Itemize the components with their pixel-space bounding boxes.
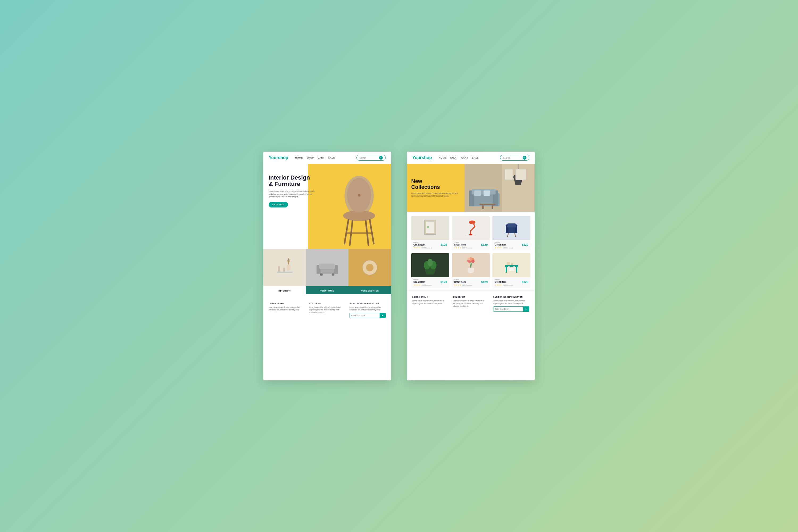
chair-svg: [332, 174, 386, 249]
flowers-svg: [463, 256, 479, 274]
nav-sale-2[interactable]: SALE: [472, 156, 478, 159]
category-furniture[interactable]: FURNITURE: [306, 249, 348, 297]
product-price-2: $129: [481, 243, 488, 246]
cat-label-interior-bar: INTERIOR: [263, 286, 306, 294]
collections-description: Lorem ipsum dolor sit amet, consectetuer…: [411, 192, 460, 197]
logo-2[interactable]: Yourshop: [412, 155, 432, 160]
product-card-4[interactable]: Brands Great Item $129 ★★★★ (305 Reviews…: [411, 253, 449, 288]
svg-point-8: [358, 194, 360, 196]
nav-shop-1[interactable]: SHOP: [306, 156, 314, 159]
footer-heading-1: LOREM IPSUM: [269, 302, 305, 304]
nav-cart-2[interactable]: CART: [461, 156, 468, 159]
stars-1: ★★★★: [413, 247, 421, 249]
stars-4: ★★★★: [413, 284, 421, 286]
cat-label-furniture-bar: FURNITURE: [306, 286, 348, 294]
product-card-5[interactable]: Brands Great Item $129 ★★★★ (305 Reviews…: [452, 253, 490, 288]
page-2: Yourshop HOME SHOP CART SALE 🔍 New Colle…: [407, 152, 535, 380]
nav-shop-2[interactable]: SHOP: [450, 156, 457, 159]
product-grid: Brands Great Item $129 ★★★★ (305 Reviews…: [407, 212, 535, 290]
nav-cart-1[interactable]: CART: [318, 156, 324, 159]
search-box-2[interactable]: 🔍: [500, 155, 529, 161]
product-name-price-6: Great Item $129: [494, 280, 528, 284]
search-input-1[interactable]: [359, 157, 378, 159]
category-accessories[interactable]: ACCESSORIES: [348, 249, 391, 297]
hero-chair-image: [332, 174, 386, 249]
hero-title: Interior Design & Furniture: [269, 174, 317, 187]
svg-point-69: [467, 258, 470, 261]
product-rating-1: ★★★★ (305 Reviews): [413, 247, 447, 249]
product-info-3: Brands Great Item $129 ★★★★ (305 Reviews…: [492, 240, 530, 251]
svg-rect-10: [278, 266, 280, 271]
svg-rect-71: [505, 265, 518, 267]
svg-rect-30: [480, 204, 496, 205]
nav-home-1[interactable]: HOME: [295, 156, 303, 159]
newsletter-wrap-2[interactable]: ➤: [493, 306, 529, 312]
category-section: INTERIOR FURNITURE: [263, 249, 391, 297]
footer-2-col-2: DOLOR SIT Lorem ipsum dolor sit amet, co…: [453, 296, 489, 312]
accessories-svg: [359, 257, 380, 278]
footer-heading-3: SUBSCRIBE NEWSLETTER: [349, 302, 386, 304]
collections-title: New Collections: [411, 178, 460, 190]
category-interior[interactable]: INTERIOR: [263, 249, 306, 297]
svg-rect-62: [468, 268, 474, 272]
svg-rect-11: [283, 268, 285, 271]
product-card-3[interactable]: Brands Great Item $129 ★★★★ (305 Reviews…: [492, 216, 530, 251]
footer-2-col-1: LOREM IPSUM Lorem ipsum dolor sit amet, …: [412, 296, 449, 312]
newsletter-input-1[interactable]: [350, 313, 380, 318]
header-1: Yourshop HOME SHOP CART SALE 🔍: [263, 152, 391, 164]
product-rating-2: ★★★★ (305 Reviews): [454, 247, 488, 249]
stars-5: ★★★★: [454, 284, 461, 286]
svg-point-12: [286, 264, 291, 271]
header-2: Yourshop HOME SHOP CART SALE 🔍: [407, 152, 535, 164]
product-name-price-1: Great Item $129: [413, 243, 447, 246]
plant-svg: [422, 256, 438, 274]
nav-1: HOME SHOP CART SALE: [295, 156, 352, 159]
product-name-4: Great Item: [413, 281, 425, 283]
search-input-2[interactable]: [503, 157, 521, 159]
search-icon-2[interactable]: 🔍: [523, 156, 527, 159]
newsletter-btn-1[interactable]: ➤: [380, 313, 385, 318]
product-rating-6: ★★★★ (305 Reviews): [494, 284, 528, 286]
newsletter-input-2[interactable]: [493, 307, 523, 311]
footer-2-text-2: Lorem ipsum dolor sit amet, consectetuer…: [453, 300, 489, 307]
explore-button[interactable]: EXPLORE: [269, 202, 288, 208]
lamp-svg: [463, 218, 479, 237]
reviews-6: (305 Reviews): [503, 284, 513, 286]
desk-svg: [504, 256, 519, 274]
hero-section-1: Interior Design & Furniture Lorem ipsum …: [263, 164, 391, 249]
svg-rect-20: [320, 273, 323, 276]
product-card-1[interactable]: Brands Great Item $129 ★★★★ (305 Reviews…: [411, 216, 449, 251]
product-price-1: $129: [440, 243, 447, 246]
svg-rect-38: [474, 190, 481, 196]
product-card-2[interactable]: Brands Great Item $129 ★★★★ (305 Reviews…: [452, 216, 490, 251]
nav-2: HOME SHOP CART SALE: [439, 156, 496, 159]
svg-point-70: [471, 260, 475, 263]
svg-line-3: [370, 220, 374, 244]
product-price-3: $129: [522, 243, 528, 246]
cat-label-accessories: ACCESSORIES: [360, 290, 379, 292]
nav-sale-1[interactable]: SALE: [328, 156, 335, 159]
product-card-6[interactable]: Brands Great Item $129 ★★★★ (305 Reviews…: [492, 253, 530, 288]
svg-rect-42: [427, 226, 429, 228]
product-price-5: $129: [481, 280, 488, 284]
svg-rect-73: [516, 267, 517, 273]
footer-1: LOREM IPSUM Lorem ipsum dolor sit amet, …: [263, 297, 391, 322]
footer-2-text-3: Lorem ipsum dolor sit amet, consectetuer…: [493, 300, 529, 305]
product-info-2: Brands Great Item $129 ★★★★ (305 Reviews…: [452, 240, 490, 251]
newsletter-btn-2[interactable]: ➤: [523, 307, 529, 311]
search-box-1[interactable]: 🔍: [357, 155, 386, 161]
svg-rect-72: [506, 267, 507, 273]
nav-home-2[interactable]: HOME: [439, 156, 446, 159]
product-name-5: Great Item: [454, 281, 466, 283]
search-icon-1[interactable]: 🔍: [379, 156, 383, 159]
product-name-3: Great Item: [494, 243, 507, 246]
newsletter-wrap-1[interactable]: ➤: [349, 313, 386, 318]
cat-label-interior: INTERIOR: [279, 290, 291, 292]
stars-3: ★★★★: [494, 247, 502, 249]
logo-1[interactable]: Yourshop: [269, 155, 288, 160]
product-name-2: Great Item: [454, 243, 466, 246]
product-info-5: Brands Great Item $129 ★★★★ (305 Reviews…: [452, 277, 490, 288]
svg-point-47: [469, 221, 475, 224]
product-rating-3: ★★★★ (305 Reviews): [494, 247, 528, 249]
reviews-5: (305 Reviews): [462, 284, 472, 286]
